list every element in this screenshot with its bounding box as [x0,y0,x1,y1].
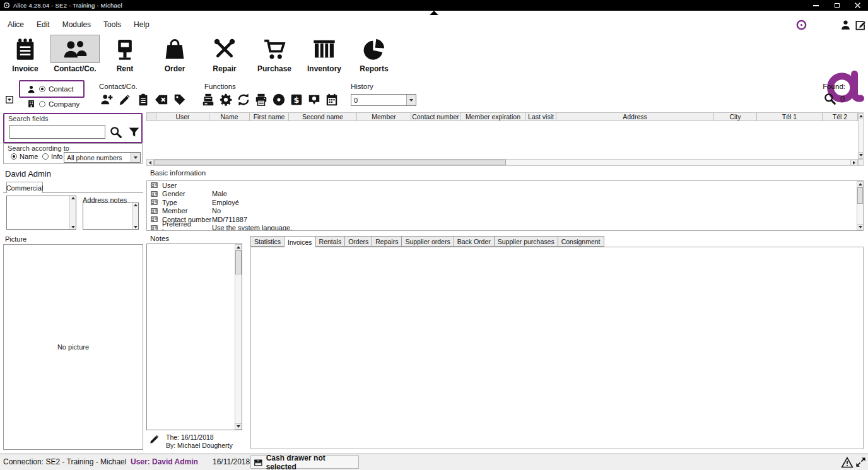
module-button-repair[interactable]: Repair [200,35,249,73]
contacts-column-header[interactable]: Tél 1 [757,113,823,120]
name-radio-label[interactable]: Name [20,153,38,160]
scroll-down-button[interactable] [859,152,863,158]
cash-drawer-status[interactable]: Cash drawer not selected [250,455,359,469]
contacts-column-header[interactable]: Last visit [526,113,556,120]
detail-tab[interactable]: Statistics [250,236,284,247]
contact-type-selector[interactable]: Contact [19,80,85,98]
close-button[interactable] [847,0,868,11]
contacts-column-header[interactable]: User [156,113,209,120]
scroll-down-button[interactable] [857,224,863,230]
current-user[interactable]: User: David Admin [131,454,198,470]
compose-icon[interactable] [855,19,867,31]
contacts-table-body[interactable] [146,121,858,159]
sync-status-icon[interactable] [795,19,807,31]
contact-radio[interactable] [39,86,45,92]
history-select[interactable]: 0 [351,94,416,106]
contacts-horizontal-scrollbar[interactable] [146,159,858,166]
module-button-contacts[interactable]: Contact/Co. [50,35,100,73]
scroll-up-button[interactable] [235,244,242,250]
stamp-icon[interactable] [307,93,321,107]
basic-info-row[interactable]: Contact number MD/711887 [147,215,856,224]
minimize-button[interactable] [806,0,826,11]
scroll-up-icon[interactable] [71,197,75,199]
search-by-info-option[interactable]: Info [42,153,62,160]
scroll-left-button[interactable] [147,160,154,165]
scroll-up-icon[interactable] [134,204,138,206]
module-button-purchase[interactable]: Purchase [250,35,299,73]
module-button-order[interactable]: Order [150,35,199,73]
chevron-down-icon[interactable] [131,153,140,162]
detail-tab[interactable]: Supplier purchases [494,236,558,247]
row-selector-column[interactable] [147,113,156,120]
search-input[interactable] [9,125,105,139]
menu-item[interactable]: Tools [97,19,127,30]
notes-textarea[interactable] [146,244,242,430]
module-button-inventory[interactable]: Inventory [300,35,349,73]
info-radio-label[interactable]: Info [51,153,62,160]
copy-contact-icon[interactable] [136,93,150,107]
scroll-up-button[interactable] [859,113,863,119]
menu-item[interactable]: Help [127,19,156,30]
cash-register-icon[interactable] [201,93,215,107]
contacts-column-header[interactable]: Tél 2 [823,113,857,120]
picture-box[interactable]: No picture [3,244,143,450]
search-by-name-option[interactable]: Name [11,153,38,160]
info-radio[interactable] [42,153,49,160]
detail-tab[interactable]: Back Order [454,236,495,247]
detail-tab[interactable]: Rentals [315,236,346,247]
disc-icon[interactable] [272,93,286,107]
calendar-icon[interactable] [325,93,339,107]
basic-info-row[interactable]: Gender Male [147,190,856,199]
contacts-column-header[interactable]: Member expiration [460,113,526,120]
filter-funnel-icon[interactable] [127,126,141,139]
edit-contact-icon[interactable] [118,93,132,107]
scroll-down-button[interactable] [235,423,242,430]
address-notes-textarea[interactable] [83,203,139,230]
basic-info-row[interactable]: Type Employé [147,198,856,207]
textarea-scrollbar[interactable] [132,203,138,229]
add-contact-icon[interactable] [100,93,114,107]
search-icon[interactable] [109,126,122,139]
name-radio[interactable] [11,153,17,160]
company-type-option[interactable]: Company [26,99,79,109]
scroll-right-button[interactable] [850,160,857,165]
scroll-thumb[interactable] [857,187,863,204]
user-account-icon[interactable] [840,19,852,31]
collapse-menu-arrow-icon[interactable] [430,11,438,15]
tag-icon[interactable] [173,93,187,107]
detail-tab[interactable]: Supplier orders [401,236,454,247]
detail-tab[interactable]: Consignment [558,236,604,247]
basic-info-row[interactable]: Member No [147,207,856,216]
chevron-down-icon[interactable] [406,95,416,105]
column-select-icon[interactable] [5,95,14,104]
module-button-reports[interactable]: Reports [349,35,399,73]
commercial-notes-textarea[interactable] [6,196,76,230]
delete-contact-icon[interactable] [155,93,168,107]
company-radio-label[interactable]: Company [49,100,79,108]
basic-info-scrollbar[interactable] [857,181,863,230]
scroll-down-icon[interactable] [134,226,138,228]
resize-expand-icon[interactable] [855,456,867,468]
module-button-invoice[interactable]: Invoice [1,35,50,73]
menu-item[interactable]: Alice [1,19,30,30]
textarea-scrollbar[interactable] [69,196,76,229]
print-icon[interactable] [254,93,268,107]
module-button-rent[interactable]: Rent [100,35,150,73]
contacts-vertical-scrollbar[interactable] [858,112,864,159]
menu-item[interactable]: Modules [56,19,97,30]
scroll-up-button[interactable] [857,181,863,187]
tab-commercial[interactable]: Commercial [6,182,43,193]
currency-icon[interactable] [290,93,303,107]
detail-tab[interactable]: Invoices [284,236,316,247]
menu-item[interactable]: Edit [30,19,56,30]
contacts-column-header[interactable]: Contact number [411,113,460,120]
contacts-column-header[interactable]: Name [209,113,250,120]
scroll-down-icon[interactable] [71,226,75,228]
phone-filter-select[interactable]: All phone numbers [64,152,141,163]
scroll-thumb[interactable] [235,250,242,274]
sync-icon[interactable] [237,93,250,107]
detail-tab[interactable]: Repairs [372,236,402,247]
contacts-column-header[interactable]: City [714,113,757,120]
scroll-thumb[interactable] [154,160,506,165]
company-radio[interactable] [39,101,45,107]
